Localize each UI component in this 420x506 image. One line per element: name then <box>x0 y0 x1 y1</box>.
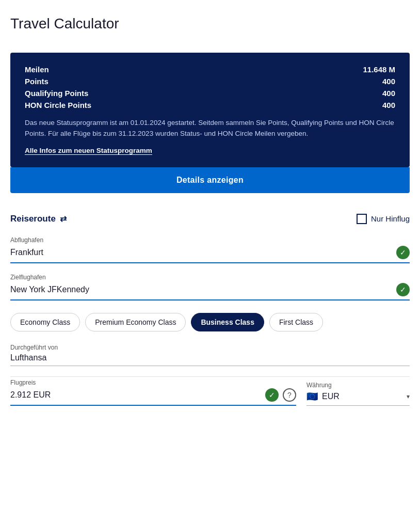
carrier-label: Durchgeführt von <box>10 344 410 351</box>
route-title-label: Reiseroute <box>10 214 56 224</box>
points-value: 400 <box>382 77 395 86</box>
carrier-field: Durchgeführt von <box>10 344 410 366</box>
chevron-down-icon: ▾ <box>407 393 410 400</box>
swap-icon[interactable]: ⇄ <box>60 214 67 224</box>
results-card: Meilen 11.648 M Points 400 Qualifying Po… <box>10 53 410 193</box>
points-label: Points <box>25 77 49 86</box>
flag-icon: 🇪🇺 <box>306 391 318 402</box>
currency-field: Währung 🇪🇺 EUR USD GBP ▾ <box>306 382 410 406</box>
results-info-text: Das neue Statusprogramm ist am 01.01.202… <box>25 118 395 139</box>
meilen-label: Meilen <box>25 65 49 74</box>
meilen-row: Meilen 11.648 M <box>25 65 395 74</box>
class-btn-0[interactable]: Economy Class <box>10 313 80 331</box>
destination-input-wrapper: ✓ <box>10 283 410 301</box>
destination-field-group: Zielflughafen ✓ <box>10 274 410 301</box>
page-title: Travel Calculator <box>10 15 410 32</box>
qualifying-value: 400 <box>382 89 395 98</box>
status-program-link[interactable]: Alle Infos zum neuen Statusprogramm <box>25 147 152 155</box>
divider <box>10 376 410 377</box>
price-input[interactable] <box>10 390 261 400</box>
class-btn-3[interactable]: First Class <box>269 313 323 331</box>
departure-input[interactable] <box>10 248 396 257</box>
question-icon[interactable]: ? <box>283 388 296 402</box>
departure-check-icon: ✓ <box>396 246 410 259</box>
price-currency-row: Flugpreis ✓ ? Währung 🇪🇺 EUR USD GBP <box>10 379 410 406</box>
qualifying-label: Qualifying Points <box>25 89 88 98</box>
form-section: Reiseroute ⇄ Nur Hinflug Abflughafen ✓ Z… <box>10 214 410 406</box>
carrier-input-wrapper <box>10 353 410 366</box>
qualifying-row: Qualifying Points 400 <box>25 89 395 98</box>
meilen-value: 11.648 M <box>363 65 395 74</box>
price-input-wrapper: ✓ ? <box>10 388 296 406</box>
departure-input-wrapper: ✓ <box>10 246 410 263</box>
currency-select-wrapper: 🇪🇺 EUR USD GBP ▾ <box>306 391 410 406</box>
carrier-input[interactable] <box>10 353 410 362</box>
hon-value: 400 <box>382 101 395 109</box>
departure-label: Abflughafen <box>10 236 410 244</box>
class-btn-2[interactable]: Business Class <box>191 313 264 331</box>
nur-hinflug-checkbox[interactable] <box>357 214 367 224</box>
class-buttons-group: Economy ClassPremium Economy ClassBusine… <box>10 313 410 331</box>
route-header: Reiseroute ⇄ Nur Hinflug <box>10 214 410 224</box>
nur-hinflug-wrapper: Nur Hinflug <box>357 214 410 224</box>
hon-label: HON Circle Points <box>25 101 91 109</box>
price-field: Flugpreis ✓ ? <box>10 379 296 406</box>
price-check-icon: ✓ <box>265 388 279 402</box>
details-button[interactable]: Details anzeigen <box>10 167 410 193</box>
points-row: Points 400 <box>25 77 395 86</box>
route-title-group: Reiseroute ⇄ <box>10 214 67 224</box>
currency-select[interactable]: EUR USD GBP <box>322 392 402 401</box>
destination-label: Zielflughafen <box>10 274 410 281</box>
destination-input[interactable] <box>10 285 396 294</box>
class-btn-1[interactable]: Premium Economy Class <box>85 313 186 331</box>
hon-row: HON Circle Points 400 <box>25 101 395 109</box>
nur-hinflug-label[interactable]: Nur Hinflug <box>371 214 410 223</box>
destination-check-icon: ✓ <box>396 283 410 296</box>
price-label: Flugpreis <box>10 379 296 386</box>
departure-field-group: Abflughafen ✓ <box>10 236 410 263</box>
currency-label: Währung <box>306 382 410 389</box>
